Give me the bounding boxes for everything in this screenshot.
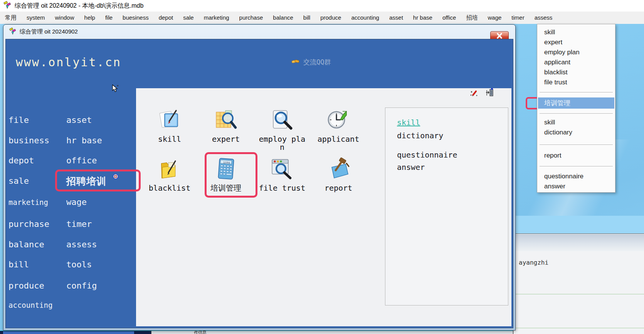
exit-door-icon[interactable] — [485, 88, 494, 99]
menubar-item-sale[interactable]: sale — [178, 12, 199, 24]
handshake-icon — [291, 59, 300, 66]
module-employ-plan[interactable]: employ plan — [257, 108, 308, 151]
sidebar-item-tools[interactable]: tools — [66, 260, 92, 269]
app-title: 综合管理 oit 20240902 - 本地-db\演示信息.mdb — [15, 2, 143, 10]
app-menubar: 常用 system window help file buesiness dep… — [0, 12, 644, 24]
menubar-item-file[interactable]: file — [100, 12, 118, 24]
qq-group-label: 交流QQ群 — [303, 58, 331, 67]
module-label: skill — [144, 135, 195, 143]
dropdown-separator — [540, 92, 613, 92]
menubar-item-depot[interactable]: depot — [154, 12, 178, 24]
menubar-item-help[interactable]: help — [79, 12, 100, 24]
sidebar-item-recruit-training[interactable]: 招聘培训 — [66, 175, 106, 188]
dropdown-item-report[interactable]: report — [544, 151, 561, 161]
menubar-item-window[interactable]: window — [50, 12, 79, 24]
dropdown-item-questionnaire-line2[interactable]: answer — [544, 181, 565, 191]
sidebar-item-business[interactable]: business — [8, 136, 49, 145]
module-skill[interactable]: skill — [144, 108, 195, 143]
sidebar-item-assess[interactable]: assess — [66, 240, 97, 249]
dropdown-item-blacklist[interactable]: blacklist — [544, 67, 567, 77]
menubar-item-changyong[interactable]: 常用 — [0, 12, 22, 24]
background-window-header — [513, 216, 644, 234]
menubar-item-balance[interactable]: balance — [268, 12, 298, 24]
document-magnifier-icon — [257, 108, 308, 132]
module-label: employ plan — [257, 135, 308, 151]
menubar-item-zhaopei[interactable]: 招培 — [461, 12, 483, 24]
dropdown-item-employ-plan[interactable]: employ plan — [544, 47, 580, 57]
sidebar-item-hr-base[interactable]: hr base — [66, 136, 102, 145]
qq-group-link[interactable]: 交流QQ群 — [291, 58, 331, 67]
menubar-item-bill[interactable]: bill — [298, 12, 315, 24]
sidebar-item-config[interactable]: config — [66, 281, 97, 290]
module-file-trust[interactable]: file trust — [257, 157, 308, 192]
sidebar-item-balance[interactable]: balance — [8, 240, 44, 249]
dropdown-item-skill[interactable]: skill — [544, 27, 555, 37]
dropdown-item-expert[interactable]: expert — [544, 37, 562, 47]
quick-link-dictionary[interactable]: dictionary — [397, 131, 443, 140]
sidebar-item-purchase[interactable]: purchase — [8, 219, 49, 229]
quick-link-answer[interactable]: answer — [397, 163, 425, 172]
main-window: 综合管理 oit 20240902 www.onlyit.cn 交流QQ群 — [3, 24, 516, 331]
menubar-item-accounting[interactable]: accounting — [346, 12, 384, 24]
menubar-item-office[interactable]: office — [437, 12, 461, 24]
module-applicant[interactable]: applicant — [313, 108, 364, 143]
recruit-training-dropdown-menu: skill expert employ plan applicant black… — [537, 24, 615, 193]
sidebar-item-office[interactable]: office — [66, 156, 97, 165]
module-report[interactable]: report — [313, 157, 364, 192]
edit-pencil-icon[interactable] — [470, 89, 478, 99]
quick-links-panel: skill dictionary questionnaire answer — [385, 107, 508, 305]
main-window-titlebar[interactable]: 综合管理 oit 20240902 — [3, 25, 515, 39]
background-divider — [513, 328, 644, 328]
dropdown-item-skill-dictionary-line1[interactable]: skill — [544, 117, 555, 128]
gavel-icon — [313, 157, 364, 181]
background-window-toolbar — [513, 234, 644, 251]
bottom-light-segment: 作信息 — [151, 331, 513, 334]
module-label: file trust — [257, 184, 308, 192]
menubar-item-produce[interactable]: produce — [315, 12, 346, 24]
dropdown-item-skill-dictionary-line2[interactable]: dictionary — [544, 128, 572, 138]
menubar-item-purchase[interactable]: purchase — [234, 12, 268, 24]
background-user-text: ayangzhi — [519, 259, 548, 266]
menubar-item-buesiness[interactable]: buesiness — [118, 12, 154, 24]
module-training-management[interactable]: 12356 培训管理 — [200, 157, 251, 192]
dropdown-item-file-trust[interactable]: file trust — [544, 77, 567, 87]
mouse-cursor-icon — [111, 84, 119, 94]
module-label: blacklist — [144, 184, 195, 192]
menubar-item-hr-base[interactable]: hr base — [408, 12, 437, 24]
sidebar-item-timer[interactable]: timer — [66, 219, 92, 229]
sheet-magnifier-icon — [200, 108, 251, 132]
module-label: report — [313, 184, 364, 192]
menubar-item-asset[interactable]: asset — [384, 12, 408, 24]
menubar-item-wage[interactable]: wage — [483, 12, 506, 24]
sidebar-item-sale[interactable]: sale — [8, 176, 29, 186]
brand-link[interactable]: www.onlyit.cn — [16, 55, 121, 69]
calculator-icon: 12356 — [200, 157, 251, 181]
window-magnifier-icon — [257, 157, 308, 181]
sidebar-item-bill[interactable]: bill — [8, 260, 29, 269]
sidebar-item-marketing[interactable]: marketing — [8, 198, 48, 206]
dropdown-item-applicant[interactable]: applicant — [544, 57, 570, 67]
dropdown-item-questionnaire-line1[interactable]: questionnaire — [544, 171, 583, 181]
menubar-item-timer[interactable]: timer — [506, 12, 529, 24]
dropdown-item-training-management[interactable]: 培训管理 — [538, 97, 614, 109]
menubar-item-assess[interactable]: assess — [530, 12, 558, 24]
busy-marker-icon — [113, 173, 119, 181]
bottom-blue-segment — [3, 331, 134, 334]
dropdown-separator — [540, 166, 613, 166]
sidebar-item-depot[interactable]: depot — [8, 156, 34, 165]
main-window-title: 综合管理 oit 20240902 — [20, 28, 78, 35]
quick-link-questionnaire[interactable]: questionnaire — [397, 150, 457, 159]
sidebar-item-asset[interactable]: asset — [66, 115, 92, 125]
sidebar-item-produce[interactable]: produce — [8, 281, 44, 290]
sidebar-item-wage[interactable]: wage — [66, 197, 87, 207]
menubar-item-system[interactable]: system — [22, 12, 50, 24]
module-expert[interactable]: expert — [200, 108, 251, 143]
module-blacklist[interactable]: blacklist — [144, 157, 195, 192]
menubar-item-marketing[interactable]: marketing — [199, 12, 234, 24]
quick-link-skill[interactable]: skill — [397, 118, 420, 127]
app-titlebar: 综合管理 oit 20240902 - 本地-db\演示信息.mdb — [0, 0, 644, 12]
sidebar-item-file[interactable]: file — [8, 115, 29, 125]
module-label: applicant — [313, 135, 364, 143]
background-divider — [513, 294, 644, 294]
sidebar-item-accounting[interactable]: accounting — [8, 301, 52, 309]
